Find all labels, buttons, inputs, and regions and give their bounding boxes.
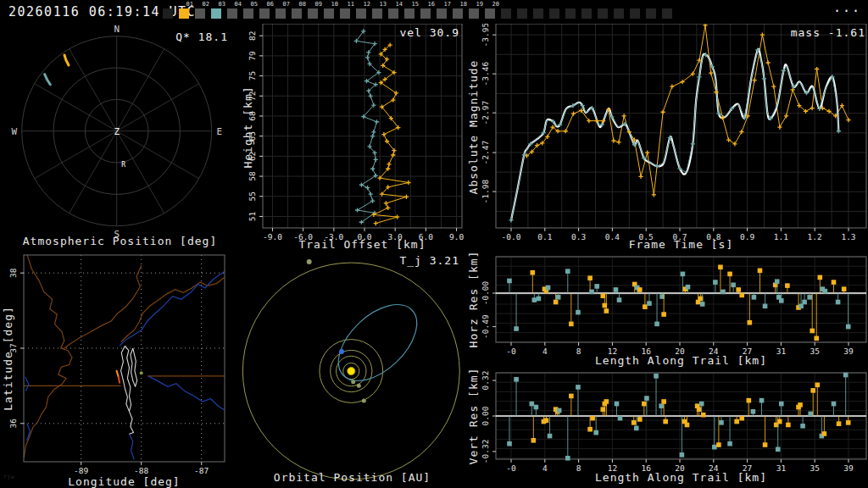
frame-cell[interactable] <box>662 8 672 19</box>
horz-ylabel: Horz Res [km] <box>467 251 480 348</box>
svg-text:-2.97: -2.97 <box>481 101 490 125</box>
velocity-annotation: vel 30.9 <box>399 26 459 39</box>
frame-label: 17 <box>444 2 451 8</box>
polar-title: Atmospheric Position [deg] <box>0 235 240 247</box>
frame-label: 20 <box>492 2 499 8</box>
svg-text:N: N <box>114 24 120 35</box>
frame-cell[interactable]: 20 <box>485 8 495 19</box>
frame-cell[interactable]: 04 <box>227 8 237 19</box>
frame-cell[interactable]: 11 <box>340 8 350 19</box>
svg-text:-0.00: -0.00 <box>481 280 490 305</box>
vert-residual-chart: -04812162024273135390.320.00-0.32 <box>465 369 868 488</box>
frame-cell[interactable] <box>163 8 173 19</box>
frame-label: 06 <box>267 2 274 8</box>
trail-xlabel: Trail Offset [km] <box>263 238 462 251</box>
frame-label: 03 <box>219 2 225 8</box>
frame-label: 09 <box>315 2 322 8</box>
frame-cell[interactable]: 05 <box>243 8 253 19</box>
frame-cell[interactable] <box>501 8 511 19</box>
orbit-title: Orbital Position [AU] <box>240 471 465 484</box>
frame-cell[interactable]: 09 <box>308 8 318 19</box>
tisserand-annotation: T_j 3.21 <box>399 254 459 267</box>
trail-ylabel: Height [km] <box>242 86 254 168</box>
svg-text:-3.95: -3.95 <box>481 24 490 47</box>
frame-label: 16 <box>428 2 435 8</box>
frame-cell[interactable]: 17 <box>437 8 447 19</box>
overflow-menu[interactable]: ... <box>833 0 861 15</box>
svg-text:-2.47: -2.47 <box>481 141 490 165</box>
frame-cell[interactable] <box>581 8 592 19</box>
svg-text:-89: -89 <box>74 466 88 475</box>
map-chart: -89-88-87383736 <box>0 252 240 488</box>
svg-text:38: 38 <box>8 268 18 278</box>
map-xlabel: Longitude [deg] <box>24 475 225 488</box>
svg-text:82: 82 <box>248 30 257 40</box>
frame-cell[interactable] <box>598 8 608 19</box>
frame-cell[interactable]: 19 <box>469 8 479 19</box>
svg-text:51: 51 <box>248 211 257 221</box>
vert-xlabel: Length Along Trail [km] <box>496 471 866 484</box>
mag-xlabel: Frame Time [s] <box>496 238 866 251</box>
frame-cell[interactable] <box>565 8 576 19</box>
svg-text:55: 55 <box>248 191 257 201</box>
svg-text:-0.49: -0.49 <box>481 314 490 339</box>
frame-label: 04 <box>235 2 242 8</box>
svg-text:-0.32: -0.32 <box>481 440 490 464</box>
frame-cell[interactable] <box>646 8 656 19</box>
frame-label: 05 <box>251 2 258 8</box>
orbit-chart <box>240 252 465 488</box>
frame-label: 13 <box>380 2 387 8</box>
svg-text:W: W <box>11 126 17 137</box>
frame-cell[interactable]: 14 <box>388 8 398 19</box>
svg-text:-87: -87 <box>194 466 209 475</box>
frame-label: 11 <box>348 2 354 8</box>
frame-cell[interactable]: 07 <box>275 8 286 19</box>
frame-cell[interactable] <box>614 8 624 19</box>
panel-trail-offset: -9.0-6.0-3.00.03.06.09.05155586265687275… <box>240 24 465 252</box>
frame-cell[interactable]: 16 <box>420 8 431 19</box>
trail-chart: -9.0-6.0-3.00.03.06.09.05155586265687275… <box>240 24 465 252</box>
frame-cell[interactable]: 02 <box>195 8 205 19</box>
frame-cell[interactable]: 03 <box>211 8 221 19</box>
svg-text:75: 75 <box>248 71 257 80</box>
vert-ylabel: Vert Res [km] <box>467 368 480 465</box>
frame-label: 14 <box>396 2 403 8</box>
svg-text:R: R <box>121 161 125 169</box>
frame-cell[interactable]: 01 <box>179 8 189 19</box>
frame-cell[interactable]: 13 <box>372 8 382 19</box>
frame-cell[interactable]: 06 <box>259 8 270 19</box>
svg-text:0.32: 0.32 <box>481 371 490 391</box>
horz-residual-chart: -0481216202427313539-0.00-0.49 <box>465 252 868 369</box>
frame-label: 02 <box>203 2 209 8</box>
frame-label: 08 <box>299 2 306 8</box>
frame-label: 07 <box>283 2 290 8</box>
svg-text:0.00: 0.00 <box>481 406 490 425</box>
frame-strip: 0102030405060708091011121314151617181920 <box>163 2 678 22</box>
header: 20260116 06:19:14 UTC 010203040506070809… <box>0 0 868 24</box>
frame-cell[interactable] <box>630 8 640 19</box>
svg-text:36: 36 <box>8 419 18 429</box>
polar-chart: NSWEZR <box>0 24 240 252</box>
frame-cell[interactable]: 18 <box>453 8 463 19</box>
watermark: rjw <box>3 474 14 480</box>
frame-cell[interactable] <box>549 8 559 19</box>
svg-text:79: 79 <box>248 51 257 61</box>
svg-text:-1.98: -1.98 <box>481 180 490 204</box>
q-star-annotation: Q* 18.1 <box>175 30 228 43</box>
frame-label: 18 <box>460 2 467 8</box>
frame-cell[interactable]: 08 <box>292 8 302 19</box>
svg-text:58: 58 <box>248 171 257 181</box>
frame-label: 12 <box>364 2 370 8</box>
map-ylabel: Latitude [deg] <box>2 306 14 411</box>
frame-cell[interactable] <box>533 8 543 19</box>
frame-cell[interactable]: 10 <box>324 8 334 19</box>
panel-orbit: T_j 3.21 Orbital Position [AU] <box>240 252 465 488</box>
mass-annotation: mass -1.61 <box>791 26 865 39</box>
svg-text:E: E <box>216 126 222 137</box>
frame-cell[interactable]: 12 <box>356 8 366 19</box>
mag-ylabel: Absolute Magnitude <box>467 60 480 195</box>
frame-cell[interactable] <box>517 8 527 19</box>
frame-cell[interactable]: 15 <box>404 8 415 19</box>
app-root: 20260116 06:19:14 UTC 010203040506070809… <box>0 0 868 488</box>
frame-label: 15 <box>412 2 419 8</box>
